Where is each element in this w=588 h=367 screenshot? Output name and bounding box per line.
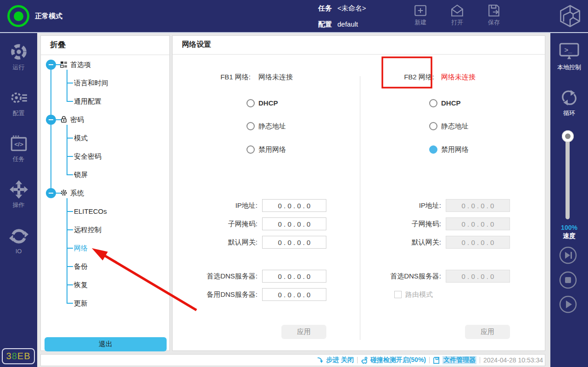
fb1-dns2-input[interactable]: 0 . 0 . 0 . 0 — [262, 288, 326, 301]
mode-label: 正常模式 — [35, 0, 62, 32]
local-control-button[interactable]: >_ 本地控制 — [550, 42, 588, 72]
sidebar-item-io[interactable]: IO — [0, 227, 37, 255]
fb2-network-status: 网络未连接 — [441, 72, 476, 82]
collapse-node-preferences[interactable] — [46, 60, 56, 70]
fb2-radio-dhcp[interactable] — [429, 99, 437, 107]
fb1-dns1-input[interactable]: 0 . 0 . 0 . 0 — [262, 270, 326, 283]
status-dot-icon — [14, 11, 23, 21]
tree-item-update[interactable]: 更新 — [74, 298, 88, 308]
tree-connector — [67, 303, 73, 304]
sidebar-item-operate[interactable]: 操作 — [0, 180, 37, 209]
step-status[interactable]: 步进 关闭 — [317, 356, 354, 364]
settings-tree-panel: 折叠 首选项 语言和时间 通用配 — [40, 35, 170, 351]
new-button[interactable]: 新建 — [406, 4, 435, 27]
config-label: 配置 — [318, 20, 332, 28]
tree-connector — [67, 266, 73, 267]
fb1-radio-disable[interactable] — [246, 145, 255, 154]
play-button[interactable] — [559, 295, 577, 313]
stop-icon — [559, 271, 577, 289]
tree-item-remote-control[interactable]: 远程控制 — [74, 225, 101, 235]
speed-slider-knob[interactable] — [562, 130, 574, 142]
slider-knob-dot — [565, 133, 571, 139]
fb2-radio-static[interactable] — [429, 122, 437, 130]
fb1-network-status: 网络未连接 — [258, 72, 293, 82]
fb2-apply-button[interactable]: 应用 — [465, 325, 510, 339]
app-window: 正常模式 任务<未命名> 配置default 新建 打开 保存 — [0, 0, 588, 367]
local-control-label: 本地控制 — [557, 63, 581, 72]
fb1-dns1-label: 首选DNS服务器: — [186, 271, 258, 281]
config-value: default — [337, 20, 358, 28]
datetime: 2024-04-28 10:53:34 — [483, 356, 543, 364]
config-row: 配置default — [318, 20, 358, 29]
badge-char: E — [17, 351, 24, 361]
tree-item-language-time[interactable]: 语言和时间 — [74, 78, 108, 88]
fb2-mask-label: 子网掩码: — [370, 219, 441, 229]
fb2-route-mode-checkbox[interactable] — [394, 291, 402, 298]
collapse-node-system[interactable] — [46, 188, 56, 198]
badge-char: 3 — [6, 351, 12, 361]
tree-item-safety-password[interactable]: 安全密码 — [74, 151, 101, 161]
tree-item-system[interactable]: 系统 — [70, 188, 84, 198]
fb1-gateway-input[interactable]: 0 . 0 . 0 . 0 — [262, 236, 326, 249]
fb1-apply-button[interactable]: 应用 — [281, 325, 326, 339]
file-manager-label: 文件管理器 — [442, 356, 476, 364]
tree-connector — [67, 156, 73, 157]
tree-item-elitecos[interactable]: ELITECOs — [74, 206, 107, 217]
tree-item-preferences[interactable]: 首选项 — [70, 60, 91, 70]
fb1-mask-label: 子网掩码: — [186, 219, 258, 229]
terminal-icon: >_ — [559, 42, 580, 61]
gear-list-icon — [9, 88, 28, 107]
tree-item-general-config[interactable]: 通用配置 — [74, 96, 101, 106]
brand-logo-icon — [558, 4, 582, 28]
tree-item-backup[interactable]: 备份 — [74, 261, 88, 272]
fb1-radio-static-label: 静态地址 — [258, 121, 286, 131]
save-icon — [487, 4, 501, 17]
minus-icon — [49, 119, 53, 120]
sidebar-item-config[interactable]: 配置 — [0, 88, 37, 117]
system-gear-icon — [60, 189, 67, 196]
fb1-dns2-label: 备用DNS服务器: — [186, 289, 258, 300]
fb1-ip-input[interactable]: 0 . 0 . 0 . 0 — [262, 199, 326, 212]
collapse-header[interactable]: 折叠 — [50, 39, 66, 50]
fb1-radio-dhcp[interactable] — [246, 99, 255, 107]
tree-item-restore[interactable]: 恢复 — [74, 280, 88, 290]
stop-button[interactable] — [559, 271, 577, 289]
tree-item-network-selected[interactable]: 网络 — [74, 243, 88, 253]
lock-icon — [60, 116, 67, 123]
column-divider — [360, 76, 360, 340]
fb2-radio-disable-label: 禁用网络 — [441, 145, 469, 155]
loop-button[interactable]: 循环 — [550, 88, 588, 117]
save-button[interactable]: 保存 — [479, 4, 509, 27]
fb2-ip-input-disabled: 0 . 0 . 0 . 0 — [446, 199, 510, 212]
fb1-ip-label: IP地址: — [186, 200, 258, 211]
speed-slider-track[interactable] — [566, 138, 570, 219]
badge-char: B — [24, 351, 30, 361]
tree-branch-line — [67, 70, 67, 102]
fb2-radio-disable-checked[interactable] — [429, 145, 437, 154]
tree-item-mode[interactable]: 模式 — [74, 133, 88, 143]
open-button[interactable]: 打开 — [442, 4, 472, 27]
file-manager-button[interactable]: 文件管理器 — [433, 356, 476, 364]
fb1-mask-input[interactable]: 0 . 0 . 0 . 0 — [262, 217, 326, 230]
fb1-radio-static[interactable] — [246, 122, 255, 130]
robot-status-indicator[interactable] — [7, 5, 29, 27]
collision-status[interactable]: 碰撞检测开启(50%) — [361, 356, 426, 364]
page-title: 网络设置 — [182, 40, 211, 50]
fb2-mask-input-disabled: 0 . 0 . 0 . 0 — [446, 217, 510, 230]
tree-item-lock-screen[interactable]: 锁屏 — [74, 170, 88, 180]
tree-connector — [67, 248, 73, 249]
minus-icon — [49, 64, 53, 65]
tree-item-password[interactable]: 密码 — [70, 115, 84, 125]
new-button-label: 新建 — [414, 18, 426, 27]
sidebar-item-task[interactable]: </> 任务 — [0, 134, 37, 163]
speed-value: 100% — [550, 224, 588, 231]
sidebar-item-io-label: IO — [16, 248, 22, 255]
step-status-label: 步进 关闭 — [326, 356, 354, 364]
topbar-divider — [0, 32, 588, 33]
step-forward-button[interactable] — [559, 246, 577, 264]
tree-connector — [67, 174, 73, 175]
sidebar-item-run[interactable]: 运行 — [0, 42, 37, 72]
collapse-node-password[interactable] — [46, 115, 56, 125]
status-separator — [480, 357, 480, 363]
exit-button[interactable]: 退出 — [45, 337, 167, 351]
